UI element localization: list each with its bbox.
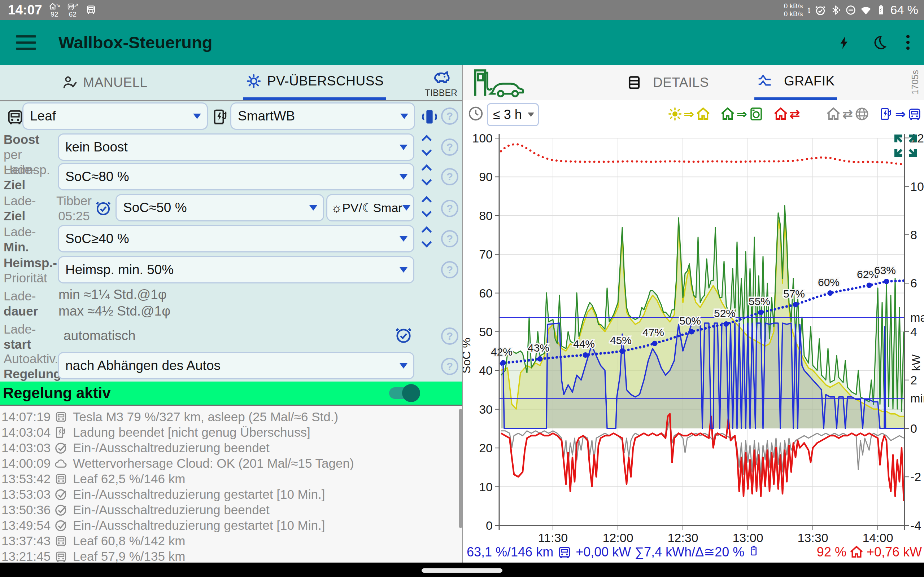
dark-mode-button[interactable]	[872, 35, 887, 50]
tab-tibber[interactable]: TIBBER	[419, 65, 463, 100]
tibber-ziel-select[interactable]: SoC≈50 %	[115, 194, 324, 221]
arrow-icon: ⇒	[895, 107, 906, 121]
boost-select[interactable]: kein Boost	[58, 134, 414, 161]
check-icon	[54, 503, 70, 517]
view-tabs: DETAILS GRAFIK 1705s	[463, 65, 924, 102]
boost-row: Boost perHeimsp. kein Boost ?	[0, 132, 463, 161]
help-button[interactable]: ?	[441, 261, 459, 279]
ladeziel-select[interactable]: SoC≈80 %	[58, 163, 414, 190]
svg-text:8: 8	[910, 228, 917, 242]
ladeziel-stepper[interactable]	[419, 166, 435, 184]
help-button[interactable]: ?	[441, 200, 459, 217]
help-button[interactable]: ?	[441, 168, 459, 185]
arrow-icon: ⇄	[842, 107, 853, 121]
legend-pv-to-house[interactable]: ⇒	[667, 103, 711, 125]
svg-text:kW: kW	[909, 354, 922, 371]
svg-text:57%: 57%	[783, 288, 805, 300]
log-entry: 13:53:03Ein-/Ausschaltreduzierung gestar…	[0, 487, 463, 502]
overflow-menu-button[interactable]	[906, 35, 909, 50]
svg-text:2: 2	[910, 373, 917, 387]
log-entry: 13:37:43Leaf 60,8 %/142 km	[0, 533, 463, 548]
car-icon	[54, 550, 70, 563]
alarm-check-icon[interactable]	[394, 325, 413, 344]
chevron-down-icon	[399, 174, 407, 180]
fullscreen-button[interactable]	[892, 132, 919, 160]
heimspeicher-prio-select[interactable]: Heimsp. min. 50%	[58, 256, 414, 284]
chart-panel: DETAILS GRAFIK 1705s ≤ 3 h ⇒⇒⇄⇄⇒ maxmin4…	[463, 65, 924, 562]
chevron-down-icon	[193, 114, 201, 119]
sun-icon	[246, 73, 262, 89]
lademin-select[interactable]: SoC≥40 %	[58, 225, 414, 253]
log-entry: 14:07:19Tesla M3 79 %/327 km, asleep (25…	[0, 409, 463, 424]
legend-house-grid[interactable]: ⇄	[826, 103, 869, 125]
help-button[interactable]: ?	[441, 108, 459, 125]
log-entry: 14:00:09Wettervorhersage Cloud: OK (201 …	[0, 456, 463, 471]
house-icon	[849, 545, 864, 559]
svg-text:13:00: 13:00	[732, 531, 763, 543]
svg-text:6: 6	[910, 276, 917, 290]
svg-text:50: 50	[479, 325, 493, 338]
regelung-aktiv-banner: Regelung aktiv	[0, 382, 463, 405]
help-button[interactable]: ?	[441, 139, 459, 156]
legend-house-to-appliance[interactable]: ⇒	[720, 103, 764, 125]
car-notification-icon	[78, 4, 96, 16]
ladedauer-row: Lade-dauer min ≈1¼ Std.@1φ max ≈4½ Std.@…	[0, 287, 463, 320]
sun-icon	[667, 106, 683, 121]
lademin-stepper[interactable]	[419, 228, 435, 246]
tab-pv-ueberschuss[interactable]: PV-ÜBERSCHUSS	[210, 65, 419, 100]
legend-house-battery[interactable]: ⇄	[773, 103, 817, 125]
ladestart-row: Lade-start automatisch ?	[0, 322, 463, 349]
arrow-down-right-icon: ↘	[56, 3, 60, 8]
wallbox-select[interactable]: SmartWB	[230, 102, 415, 130]
chevron-down-icon	[309, 205, 317, 211]
tibber-stepper[interactable]	[419, 198, 435, 216]
alarm-check-icon[interactable]	[95, 199, 112, 216]
log-entry: 13:21:45Leaf 57,9 %/135 km	[0, 548, 463, 562]
series-legend: ⇒⇒⇄⇄⇒	[680, 103, 922, 125]
vibrate-button[interactable]	[420, 108, 439, 126]
arrow-icon: ⇒	[684, 107, 695, 121]
check-icon	[54, 488, 70, 501]
log-entry: 14:03:04Ladung beendet [nicht genug Über…	[0, 424, 463, 440]
tab-details[interactable]: DETAILS	[624, 65, 711, 100]
boost-stepper[interactable]	[419, 136, 435, 154]
regelung-toggle[interactable]	[389, 386, 420, 400]
scrollbar[interactable]	[459, 409, 462, 528]
svg-text:12:00: 12:00	[603, 531, 633, 543]
time-range-select[interactable]: ≤ 3 h	[487, 103, 539, 126]
svg-text:47%: 47%	[643, 326, 664, 338]
flash-button[interactable]	[837, 35, 852, 50]
time-range-icon	[467, 105, 484, 123]
log-entry: 13:53:42Leaf 62,5 %/146 km	[0, 471, 463, 487]
vehicle-select[interactable]: Leaf	[23, 102, 208, 130]
svg-text:30: 30	[479, 403, 493, 416]
help-button[interactable]: ?	[441, 327, 459, 345]
page-title: Wallbox-Steuerung	[58, 32, 213, 52]
chevron-down-icon	[400, 114, 408, 119]
legend-wallbox-to-car[interactable]: ⇒	[879, 103, 922, 125]
chevron-down-icon	[399, 236, 407, 242]
svg-text:12:30: 12:30	[667, 531, 698, 543]
menu-button[interactable]	[16, 35, 36, 50]
chart-toolbar: ≤ 3 h ⇒⇒⇄⇄⇒	[463, 100, 924, 128]
tab-manuell[interactable]: MANUELL	[0, 65, 210, 100]
android-nav-bar	[0, 562, 924, 577]
event-log[interactable]: 14:07:19Tesla M3 79 %/327 km, asleep (25…	[0, 406, 463, 562]
wifi-icon	[860, 4, 872, 16]
help-button[interactable]: ?	[441, 230, 459, 247]
svg-text:-2: -2	[910, 470, 921, 484]
chevron-down-icon	[399, 267, 407, 272]
car-icon	[54, 410, 70, 424]
ladeziel-tibber-row: Lade-Ziel Tibber05:25 SoC≈50 % ☼PV/☾Smar…	[0, 193, 463, 222]
power-soc-chart[interactable]: maxmin42%43%44%45%47%50%52%55%57%60%62%6…	[463, 128, 924, 543]
gesture-pill[interactable]	[422, 568, 502, 573]
tibber-mode-select[interactable]: ☼PV/☾Smart	[326, 194, 414, 221]
house-icon	[720, 106, 735, 121]
log-entry: 13:50:36Ein-/Ausschaltreduzierung beende…	[0, 502, 463, 517]
autoaktiv-select[interactable]: nach Abhängen des Autos	[58, 352, 414, 379]
tab-grafik[interactable]: GRAFIK	[754, 65, 837, 100]
help-button[interactable]: ?	[441, 358, 459, 375]
mode-tabs: MANUELL PV-ÜBERSCHUSS TIBBER	[0, 65, 463, 102]
control-panel: MANUELL PV-ÜBERSCHUSS TIBBER Leaf SmartW…	[0, 65, 463, 562]
svg-text:50%: 50%	[679, 315, 701, 327]
